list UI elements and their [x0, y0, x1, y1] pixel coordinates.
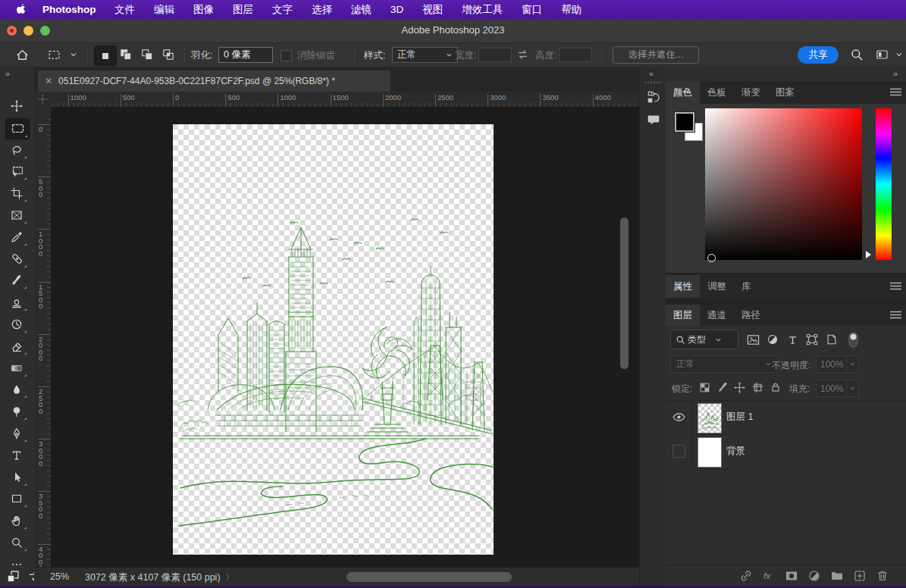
hue-slider-marker[interactable] — [866, 251, 871, 258]
width-input[interactable] — [478, 48, 512, 62]
layers-panel-menu-icon[interactable] — [890, 311, 901, 319]
panel-tab-通道[interactable]: 通道 — [700, 305, 734, 326]
menu-item-选择[interactable]: 选择 — [303, 0, 342, 19]
filter-pixel-layers-icon[interactable] — [745, 331, 761, 348]
menu-item-文字[interactable]: 文字 — [263, 0, 303, 19]
tool-preset-icon[interactable] — [48, 48, 61, 61]
move-tool[interactable] — [5, 96, 28, 116]
home-icon[interactable] — [16, 48, 29, 61]
add-layer-mask-icon[interactable] — [785, 569, 798, 583]
vertical-ruler[interactable]: 05001000150020002500300035004000 — [34, 107, 51, 567]
menu-item-滤镜[interactable]: 滤镜 — [342, 0, 381, 19]
menu-item-3D[interactable]: 3D — [381, 0, 413, 19]
new-adjustment-layer-icon[interactable] — [807, 569, 821, 583]
search-icon[interactable] — [850, 48, 864, 61]
lock-artboard-icon[interactable] — [752, 382, 763, 393]
new-layer-icon[interactable] — [853, 569, 867, 583]
menu-item-帮助[interactable]: 帮助 — [552, 0, 591, 19]
filter-adjustment-layers-icon[interactable] — [764, 331, 781, 348]
eyedropper-tool[interactable] — [5, 227, 28, 247]
zoom-tool[interactable] — [5, 533, 28, 552]
gradient-tool[interactable] — [5, 358, 28, 378]
frame-tool[interactable] — [5, 205, 28, 225]
spot-healing-brush-tool[interactable] — [5, 249, 28, 269]
panel-tab-色板[interactable]: 色板 — [700, 81, 734, 104]
layer-thumbnail[interactable] — [698, 437, 722, 468]
lock-pixels-icon[interactable] — [717, 382, 729, 393]
expand-dock-icon[interactable]: « — [649, 69, 653, 78]
path-selection-tool[interactable] — [5, 468, 28, 487]
ruler-corner[interactable] — [34, 92, 51, 107]
document-tab[interactable]: ✕ 051E0927-DCF7-44A0-953B-0C221F87CF2F.p… — [38, 70, 390, 92]
collapse-panels-icon[interactable]: » — [893, 69, 897, 78]
type-tool[interactable] — [5, 446, 28, 465]
expand-tools-icon[interactable]: » — [5, 69, 9, 78]
menu-item-视图[interactable]: 视图 — [413, 0, 453, 19]
layer-row-图层 1[interactable]: 图层 1 — [666, 400, 906, 435]
menu-item-编辑[interactable]: 编辑 — [145, 0, 184, 19]
filter-shape-layers-icon[interactable] — [804, 331, 820, 348]
vertical-scrollbar[interactable] — [620, 217, 629, 369]
feather-input[interactable]: 0 像素 — [218, 47, 273, 63]
height-input[interactable] — [559, 48, 592, 62]
add-selection-mode-button[interactable] — [119, 48, 133, 61]
pen-tool[interactable] — [5, 424, 28, 443]
panel-tab-颜色[interactable]: 颜色 — [666, 81, 700, 104]
blend-mode-dropdown[interactable]: 正常 — [670, 355, 778, 373]
panel-tab-渐变[interactable]: 渐变 — [734, 81, 768, 104]
panel-tab-路径[interactable]: 路径 — [734, 305, 768, 326]
layer-row-背景[interactable]: 背景 — [666, 434, 906, 469]
panel-tab-库[interactable]: 库 — [734, 275, 759, 298]
canvas-pasteboard[interactable] — [51, 107, 639, 567]
fill-dropdown-chevron[interactable] — [846, 380, 859, 397]
new-group-icon[interactable] — [830, 569, 844, 583]
panel-tab-属性[interactable]: 属性 — [666, 275, 700, 298]
menu-item-窗口[interactable]: 窗口 — [513, 0, 552, 19]
lock-all-icon[interactable] — [770, 381, 781, 393]
layer-filter-dropdown[interactable]: 类型 — [670, 330, 738, 349]
lasso-tool[interactable] — [5, 140, 28, 160]
blur-tool[interactable] — [5, 380, 28, 399]
delete-layer-icon[interactable] — [876, 569, 889, 583]
rectangle-tool[interactable] — [5, 489, 28, 508]
zoom-level[interactable]: 25% — [50, 571, 69, 582]
canvas-document[interactable] — [173, 124, 494, 555]
status-chevron-icon[interactable]: 〉 — [225, 571, 235, 584]
intersect-selection-mode-button[interactable] — [161, 48, 175, 61]
panel-tab-调整[interactable]: 调整 — [700, 275, 734, 298]
crop-tool[interactable] — [5, 183, 28, 203]
menu-item-图层[interactable]: 图层 — [224, 0, 263, 19]
menu-item-文件[interactable]: 文件 — [105, 0, 145, 19]
workspace-chevron-icon[interactable] — [895, 52, 903, 58]
share-button[interactable]: 共享 — [798, 46, 839, 64]
close-tab-icon[interactable]: ✕ — [38, 76, 58, 86]
object-selection-tool[interactable] — [5, 161, 28, 181]
properties-panel-menu-icon[interactable] — [890, 282, 901, 290]
link-layers-icon[interactable] — [739, 569, 753, 583]
layer-thumbnail[interactable] — [698, 403, 722, 433]
hue-slider[interactable] — [876, 108, 892, 260]
mini-swatches-icon[interactable] — [5, 569, 20, 584]
horizontal-ruler[interactable]: 100050005001000150020002500300035004000 — [51, 92, 639, 107]
swap-dimensions-icon[interactable] — [517, 49, 528, 60]
version-history-icon[interactable] — [646, 89, 661, 105]
clone-stamp-tool[interactable] — [5, 292, 28, 312]
lock-position-icon[interactable] — [734, 382, 745, 393]
eraser-tool[interactable] — [5, 336, 28, 356]
layer-visibility-toggle[interactable] — [666, 434, 692, 468]
comments-icon[interactable] — [646, 112, 661, 127]
apple-icon[interactable] — [11, 0, 30, 19]
layer-name[interactable]: 背景 — [726, 434, 745, 468]
rectangular-marquee-tool[interactable] — [5, 118, 30, 139]
layer-name[interactable]: 图层 1 — [726, 400, 753, 434]
color-field-marker[interactable] — [707, 254, 716, 262]
opacity-dropdown-chevron[interactable] — [846, 355, 859, 373]
brush-tool[interactable] — [5, 271, 28, 290]
dodge-tool[interactable] — [5, 402, 28, 421]
color-panel-menu-icon[interactable] — [890, 88, 901, 96]
layer-visibility-toggle[interactable] — [666, 400, 692, 434]
subtract-selection-mode-button[interactable] — [140, 48, 154, 61]
lock-transparency-icon[interactable] — [699, 382, 710, 393]
hand-tool[interactable] — [5, 511, 28, 530]
foreground-color-swatch[interactable] — [675, 112, 694, 132]
